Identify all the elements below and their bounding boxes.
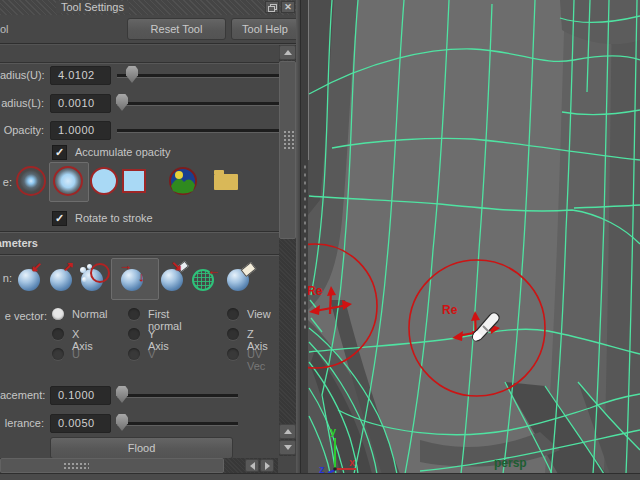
tolerance-field[interactable]: 0.0050 bbox=[50, 414, 111, 433]
parameters-section-header[interactable]: Parameters bbox=[0, 237, 38, 249]
relax-arrow-glyph: → bbox=[119, 260, 132, 272]
profile-brush-soft-medium-icon[interactable] bbox=[53, 166, 83, 196]
panel-title: Tool Settings bbox=[56, 1, 129, 13]
opacity-label: Opacity: bbox=[0, 124, 44, 138]
operation-push-icon[interactable]: ↙ bbox=[16, 263, 46, 293]
close-icon[interactable]: ✕ bbox=[281, 1, 295, 13]
operation-slide-icon[interactable]: ← bbox=[190, 263, 220, 293]
profile-browse-folder-icon[interactable] bbox=[214, 174, 238, 190]
operation-erase-icon[interactable] bbox=[225, 263, 255, 293]
radio-icon[interactable] bbox=[128, 328, 140, 340]
radio-label: UV Vec bbox=[247, 348, 265, 372]
max-displacement-slider-handle[interactable] bbox=[116, 386, 128, 403]
tool-help-button[interactable]: Tool Help bbox=[231, 18, 299, 40]
max-displacement-label: acement: bbox=[0, 389, 44, 403]
down-arrow-icon bbox=[284, 445, 292, 450]
horizontal-scrollbar-thumb[interactable] bbox=[0, 458, 224, 473]
profile-brush-square-icon[interactable] bbox=[122, 169, 146, 193]
panel-titlebar[interactable]: Tool Settings bbox=[0, 0, 300, 15]
radio-label: V bbox=[148, 348, 155, 360]
scroll-left-button[interactable] bbox=[245, 459, 259, 472]
frame-line bbox=[0, 63, 296, 64]
operation-relax-icon[interactable]: → ↓ bbox=[119, 263, 149, 293]
rotate-to-stroke-label: Rotate to stroke bbox=[75, 212, 153, 224]
axis-y-label: y bbox=[330, 425, 337, 437]
operation-smooth-icon[interactable] bbox=[79, 263, 109, 293]
radius-l-label: adius(L): bbox=[0, 97, 44, 111]
radius-u-label: adius(U): bbox=[0, 69, 44, 83]
profile-browse-image-icon[interactable] bbox=[168, 166, 198, 196]
radius-l-field[interactable]: 0.0010 bbox=[50, 94, 111, 113]
bubble-glyph bbox=[80, 267, 86, 273]
radius-u-slider[interactable] bbox=[117, 74, 291, 78]
relax-arrow-glyph: ↓ bbox=[138, 271, 145, 283]
scroll-down-button[interactable] bbox=[279, 440, 296, 455]
tolerance-label: lerance: bbox=[0, 417, 44, 431]
radius-u-field[interactable]: 4.0102 bbox=[50, 66, 111, 85]
radio-label: U bbox=[72, 348, 80, 360]
smooth-ring-glyph bbox=[90, 263, 110, 283]
maya-workspace: { "window": { "title": "Tool Settings", … bbox=[0, 0, 640, 480]
radio-label: View bbox=[247, 308, 271, 320]
radio-icon bbox=[52, 348, 64, 360]
window-bottom-border bbox=[0, 473, 640, 480]
brush-operation-label-left: Re bbox=[308, 284, 323, 298]
panel-divider[interactable] bbox=[300, 0, 308, 480]
radio-label: Normal bbox=[72, 308, 107, 320]
section-line bbox=[0, 255, 296, 256]
tolerance-slider[interactable] bbox=[117, 422, 238, 426]
slide-arrow-glyph: ← bbox=[207, 265, 220, 277]
brush-operation-label-right: Re bbox=[442, 303, 458, 317]
operation-pinch-icon[interactable]: ↘ bbox=[159, 263, 189, 293]
perspective-viewport[interactable]: Re Re y x z persp bbox=[308, 0, 640, 474]
restore-glyph bbox=[268, 6, 275, 12]
camera-name-label: persp bbox=[494, 456, 527, 470]
max-displacement-slider[interactable] bbox=[117, 394, 238, 398]
pull-arrow-glyph: ↗ bbox=[63, 261, 74, 273]
radius-l-slider[interactable] bbox=[117, 102, 291, 106]
radio-icon[interactable] bbox=[128, 308, 140, 320]
left-arrow-icon bbox=[250, 462, 255, 470]
section-line bbox=[0, 232, 296, 233]
tool-settings-panel: Tool Settings ✕ ol Reset Tool Tool Help … bbox=[0, 0, 300, 480]
radio-icon[interactable] bbox=[52, 328, 64, 340]
axis-x-label: x bbox=[349, 456, 356, 468]
pinch-arrow-glyph: ↘ bbox=[171, 260, 182, 272]
accumulate-opacity-checkbox[interactable]: ✓ bbox=[52, 145, 67, 160]
profile-label: e: bbox=[0, 176, 12, 190]
scroll-up-button-bottom[interactable] bbox=[279, 424, 296, 439]
reset-tool-button[interactable]: Reset Tool bbox=[127, 18, 226, 40]
radio-icon[interactable] bbox=[227, 328, 239, 340]
reference-vector-label: e vector: bbox=[0, 310, 47, 324]
right-arrow-icon bbox=[265, 462, 270, 470]
radio-icon[interactable] bbox=[227, 308, 239, 320]
profile-brush-solid-circle-icon[interactable] bbox=[90, 167, 118, 195]
operation-label: n: bbox=[0, 272, 12, 286]
divider-line bbox=[0, 44, 296, 45]
profile-brush-soft-small-icon[interactable] bbox=[16, 166, 46, 196]
opacity-field[interactable]: 1.0000 bbox=[50, 121, 111, 140]
viewport-canvas[interactable]: Re Re y x z persp bbox=[308, 0, 640, 474]
accumulate-opacity-label: Accumulate opacity bbox=[75, 146, 170, 158]
up-arrow-icon bbox=[284, 50, 292, 55]
scroll-up-button[interactable] bbox=[279, 45, 296, 60]
tool-name-label: ol bbox=[0, 23, 9, 35]
max-displacement-field[interactable]: 0.1000 bbox=[50, 386, 111, 405]
flood-button[interactable]: Flood bbox=[50, 437, 233, 459]
divider-grip-dots bbox=[303, 163, 307, 331]
scroll-right-button[interactable] bbox=[260, 459, 274, 472]
rotate-to-stroke-checkbox[interactable]: ✓ bbox=[52, 211, 67, 226]
radio-icon[interactable] bbox=[52, 308, 64, 320]
push-arrow-glyph: ↙ bbox=[31, 261, 42, 273]
radius-l-slider-handle[interactable] bbox=[116, 94, 128, 111]
tolerance-slider-handle[interactable] bbox=[116, 414, 128, 431]
opacity-slider[interactable] bbox=[117, 129, 291, 133]
thumb-grip bbox=[283, 130, 294, 150]
bubble-glyph bbox=[82, 277, 87, 282]
radius-u-slider-handle[interactable] bbox=[126, 66, 138, 83]
radio-icon bbox=[227, 348, 239, 360]
operation-pull-icon[interactable]: ↗ bbox=[48, 263, 78, 293]
thumb-grip bbox=[63, 462, 89, 471]
vertical-scrollbar-thumb[interactable] bbox=[279, 61, 296, 239]
restore-window-icon[interactable] bbox=[265, 1, 279, 13]
